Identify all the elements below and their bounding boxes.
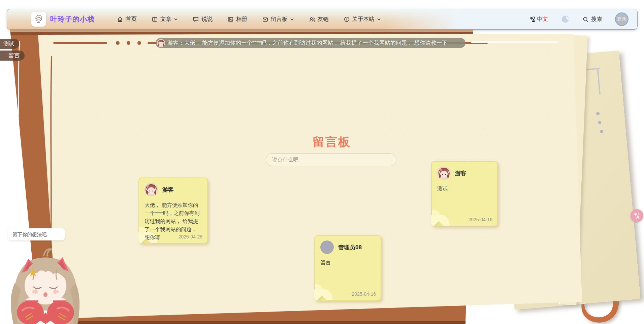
site-title: 叶玲子的小栈 bbox=[50, 14, 95, 24]
svg-text:A: A bbox=[636, 215, 640, 219]
message-note: 游客 测试 2025-04-16 bbox=[431, 161, 498, 226]
talks-icon bbox=[193, 16, 199, 23]
mascot-speech-bubble: 留下你的想法吧 bbox=[8, 228, 65, 240]
note-author: 管理员08 bbox=[338, 244, 362, 251]
home-icon bbox=[117, 16, 123, 23]
note-fold bbox=[314, 289, 328, 301]
nav-item-home[interactable]: 首页 bbox=[117, 15, 137, 23]
avatar bbox=[144, 183, 158, 196]
svg-text:A: A bbox=[532, 19, 535, 23]
translate-icon: 中 A bbox=[529, 16, 536, 23]
translate-icon: 中 A bbox=[633, 212, 641, 219]
avatar bbox=[437, 166, 451, 180]
nav-item-label: 友链 bbox=[318, 15, 329, 23]
nav-item-about[interactable]: 关于本站 bbox=[344, 15, 381, 23]
announcement-text: 游客：大佬， 能方便添加你的一个****吗，之前你有到访过我的网站， 给我提了一… bbox=[167, 39, 447, 47]
page-title: 留言板 bbox=[313, 134, 351, 150]
login-button[interactable]: 登录 bbox=[615, 12, 629, 26]
note-text: 留言 bbox=[320, 259, 375, 267]
site-logo bbox=[31, 12, 46, 27]
message-board-icon bbox=[262, 16, 268, 23]
toast-text: 测试 bbox=[3, 40, 14, 47]
mascot-bubble-text: 留下你的想法吧 bbox=[12, 231, 47, 238]
nav-item-label: 首页 bbox=[126, 15, 137, 23]
nav-item-label: 说说 bbox=[201, 15, 213, 23]
message-input[interactable] bbox=[266, 153, 396, 166]
album-icon bbox=[227, 16, 234, 23]
note-author: 游客 bbox=[455, 169, 466, 177]
chevron-down-icon bbox=[377, 17, 381, 21]
note-header: 管理员08 bbox=[320, 240, 375, 254]
nav-item-talks[interactable]: 说说 bbox=[193, 15, 213, 23]
toast-notification: ：留言 bbox=[0, 51, 25, 61]
search-button[interactable]: 搜索 bbox=[582, 15, 602, 23]
search-label: 搜索 bbox=[591, 15, 602, 23]
nav-right-tools: 中 A 中文 搜索 登录 bbox=[529, 12, 629, 26]
language-label: 中文 bbox=[537, 15, 548, 23]
message-note: 管理员08 留言 2025-04-16 bbox=[314, 235, 381, 301]
friends-icon bbox=[309, 16, 315, 23]
note-text: 测试 bbox=[437, 185, 492, 193]
deco-dot bbox=[137, 41, 141, 45]
nav-item-label: 相册 bbox=[236, 15, 247, 23]
cover-top-edge bbox=[10, 30, 473, 32]
chevron-down-icon bbox=[174, 17, 178, 21]
toast-text: ：留言 bbox=[3, 52, 20, 59]
deco-dot bbox=[127, 41, 130, 45]
site-brand[interactable]: 叶玲子的小栈 bbox=[31, 12, 95, 27]
note-fold bbox=[431, 215, 445, 226]
about-icon bbox=[344, 16, 350, 23]
note-date: 2025-04-16 bbox=[468, 217, 492, 222]
sheet-corner-line bbox=[597, 69, 601, 95]
note-date: 2025-04-16 bbox=[352, 291, 376, 297]
deco-line bbox=[53, 42, 107, 44]
deco-line-white bbox=[471, 41, 558, 43]
dark-mode-moon-icon[interactable] bbox=[561, 15, 570, 24]
sheet-dot bbox=[600, 130, 603, 133]
chevron-down-icon bbox=[290, 17, 294, 21]
sheet-dot bbox=[598, 121, 602, 124]
search-icon bbox=[582, 16, 589, 23]
message-note: 游客 大佬， 能方便添加你的一个****吗，之前你有到访过我的网站， 给我提了一… bbox=[138, 177, 208, 244]
main-menu: 首页 文章 说说 相册 留言板 友链 关于本站 bbox=[117, 15, 381, 23]
mascot-character bbox=[6, 239, 85, 324]
floating-translate-button[interactable]: 中 A bbox=[631, 209, 643, 222]
sheet-dot bbox=[596, 112, 600, 116]
note-header: 游客 bbox=[437, 166, 492, 180]
nav-item-label: 关于本站 bbox=[352, 15, 375, 23]
announcement-avatar bbox=[157, 39, 165, 47]
language-switch[interactable]: 中 A 中文 bbox=[529, 15, 548, 23]
nav-item-label: 文章 bbox=[160, 15, 171, 23]
note-header: 游客 bbox=[144, 183, 202, 196]
article-icon bbox=[152, 16, 158, 23]
toast-notification: 测试 bbox=[0, 39, 19, 49]
note-author: 游客 bbox=[162, 186, 174, 194]
nav-item-message-board[interactable]: 留言板 bbox=[262, 15, 294, 23]
logo-emblem-icon bbox=[33, 14, 44, 25]
note-date: 2025-04-28 bbox=[178, 234, 202, 239]
nav-item-articles[interactable]: 文章 bbox=[152, 15, 178, 23]
nav-item-album[interactable]: 相册 bbox=[227, 15, 247, 23]
announcement-marquee[interactable]: 游客：大佬， 能方便添加你的一个****吗，之前你有到访过我的网站， 给我提了一… bbox=[156, 38, 465, 48]
nav-item-label: 留言板 bbox=[271, 15, 288, 23]
deco-dot bbox=[116, 41, 120, 45]
navbar: 叶玲子的小栈 首页 文章 说说 相册 留言板 友链 bbox=[7, 9, 638, 30]
avatar bbox=[320, 240, 334, 254]
nav-item-friends[interactable]: 友链 bbox=[309, 15, 329, 23]
